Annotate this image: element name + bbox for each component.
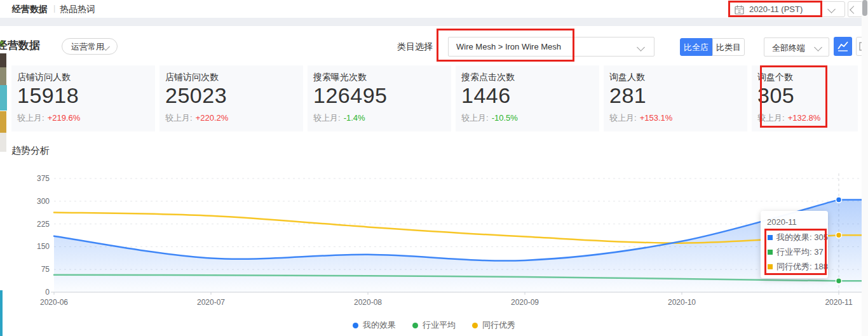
chart-legend: 我的效果 行业平均 同行优秀: [0, 319, 868, 331]
legend-item-my-performance[interactable]: 我的效果: [353, 319, 396, 331]
series-marker-icon: [768, 250, 773, 255]
tooltip-row-value: 188: [814, 262, 828, 271]
svg-text:2020-10: 2020-10: [668, 298, 696, 307]
chart-tooltip: 2020-11 我的效果: 305 行业平均: 37 同行优秀: 188: [761, 211, 828, 278]
legend-label: 行业平均: [423, 319, 456, 331]
svg-text:2020-09: 2020-09: [511, 298, 539, 307]
svg-text:2020-07: 2020-07: [197, 298, 225, 307]
svg-text:2020-08: 2020-08: [354, 298, 382, 307]
series-marker-icon: [768, 235, 773, 240]
tooltip-row: 行业平均: 37: [768, 246, 824, 258]
tooltip-row: 我的效果: 305: [768, 232, 828, 243]
legend-dot-icon: [472, 323, 478, 328]
tooltip-title: 2020-11: [767, 217, 797, 227]
svg-text:225: 225: [37, 220, 50, 229]
legend-label: 我的效果: [363, 319, 396, 331]
svg-text:300: 300: [37, 197, 50, 206]
legend-dot-icon: [412, 323, 418, 328]
tooltip-row: 同行优秀: 188: [768, 261, 828, 272]
svg-text:0: 0: [45, 288, 50, 297]
legend-item-peer-excellent[interactable]: 同行优秀: [472, 319, 515, 331]
series-marker-icon: [768, 264, 773, 269]
svg-text:2020-11: 2020-11: [825, 298, 852, 307]
svg-text:375: 375: [37, 174, 50, 183]
svg-text:75: 75: [41, 265, 50, 274]
legend-label: 同行优秀: [482, 319, 515, 331]
tooltip-row-label: 我的效果:: [776, 232, 812, 242]
svg-text:150: 150: [37, 242, 50, 251]
tooltip-row-value: 305: [814, 232, 828, 242]
legend-item-industry-average[interactable]: 行业平均: [412, 319, 456, 331]
tooltip-row-label: 行业平均:: [776, 247, 812, 257]
tooltip-row-label: 同行优秀:: [776, 262, 812, 271]
legend-dot-icon: [353, 323, 358, 328]
scrollbar-thumb[interactable]: [862, 0, 867, 16]
page: 经营数据 | 热品热词 2020-11 (PST) 经营数据 运营常用 类目选择: [0, 0, 868, 336]
trend-chart[interactable]: 0751502253003752020-062020-072020-082020…: [0, 0, 868, 336]
svg-text:2020-06: 2020-06: [40, 298, 68, 307]
scrollbar-track: [862, 0, 868, 336]
tooltip-row-value: 37: [814, 247, 823, 257]
